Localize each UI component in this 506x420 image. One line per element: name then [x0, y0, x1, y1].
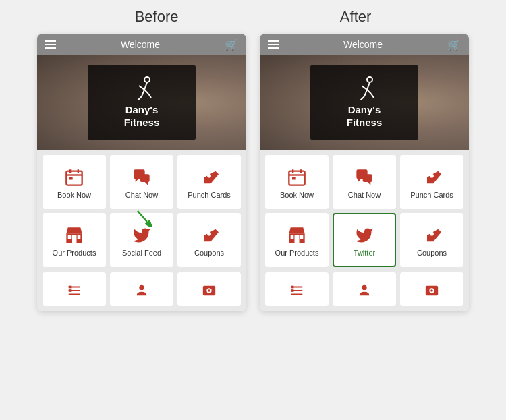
comparison-header: Before After [0, 0, 506, 34]
before-menu-icon[interactable] [45, 40, 56, 49]
before-hero-overlay: Dany's Fitness [88, 65, 196, 140]
svg-point-29 [139, 285, 144, 290]
before-person-icon [134, 283, 149, 298]
svg-point-23 [207, 232, 211, 236]
before-grid-row1: Book Now Chat Now Punch Cards [37, 150, 246, 272]
svg-rect-47 [363, 174, 372, 182]
before-chat-now-label: Chat Now [125, 191, 158, 199]
before-phone: Welcome 🛒 Dany's Fitness [37, 34, 246, 311]
before-chat-now[interactable]: Chat Now [110, 155, 173, 209]
svg-marker-15 [145, 182, 148, 185]
before-cart-icon[interactable]: 🛒 [225, 38, 238, 51]
svg-line-39 [371, 94, 374, 98]
svg-line-37 [367, 90, 371, 94]
svg-rect-28 [69, 289, 72, 292]
after-our-products[interactable]: Our Products [265, 213, 329, 267]
svg-rect-20 [78, 235, 81, 239]
svg-line-38 [360, 96, 364, 100]
before-book-now-label: Book Now [57, 191, 91, 199]
after-coupons[interactable]: Coupons [400, 213, 463, 267]
after-phone: Welcome 🛒 Dany's Fitness [260, 34, 469, 311]
after-chat-icon [355, 168, 374, 187]
svg-line-34 [367, 82, 370, 90]
after-punch-cards-label: Punch Cards [410, 191, 453, 199]
svg-rect-40 [289, 171, 304, 185]
after-punch-cards[interactable]: Punch Cards [400, 155, 463, 209]
after-book-now[interactable]: Book Now [265, 155, 329, 209]
green-arrow [135, 208, 154, 230]
svg-point-60 [362, 285, 366, 290]
before-calendar-icon [65, 168, 84, 187]
before-coupons-label: Coupons [194, 249, 224, 257]
before-partial-3 [177, 272, 241, 306]
before-punchcard-icon [200, 168, 219, 187]
after-partial-3 [400, 272, 463, 306]
svg-line-36 [364, 90, 367, 96]
before-store-icon [65, 226, 84, 245]
before-grid-row3 [37, 272, 246, 311]
svg-point-63 [430, 289, 433, 292]
svg-line-2 [139, 86, 144, 90]
before-topbar: Welcome 🛒 [37, 34, 246, 55]
before-list-icon [67, 283, 82, 298]
before-partial-1 [43, 272, 106, 306]
after-hero-overlay: Dany's Fitness [310, 65, 418, 140]
phones-container: Welcome 🛒 Dany's Fitness [17, 34, 489, 311]
svg-line-4 [144, 90, 148, 94]
svg-line-1 [144, 82, 147, 90]
svg-rect-44 [292, 177, 296, 180]
after-brand-name: Dany's Fitness [347, 103, 383, 129]
after-chat-now[interactable]: Chat Now [333, 155, 396, 209]
svg-line-3 [142, 90, 144, 96]
before-our-products[interactable]: Our Products [43, 213, 106, 267]
svg-rect-59 [291, 289, 294, 292]
before-coupons[interactable]: Coupons [177, 213, 241, 267]
after-book-now-label: Book Now [280, 191, 314, 199]
after-store-icon [287, 226, 306, 245]
before-brand-name: Dany's Fitness [124, 103, 160, 129]
after-partial-1 [265, 272, 329, 306]
after-cart-icon[interactable]: 🛒 [447, 38, 461, 51]
svg-rect-52 [291, 235, 294, 239]
before-brand-icon [130, 76, 154, 100]
svg-line-5 [138, 96, 142, 100]
svg-rect-7 [66, 171, 82, 185]
before-our-products-label: Our Products [53, 249, 96, 257]
svg-line-35 [362, 86, 367, 90]
after-twitter[interactable]: Twitter [333, 213, 396, 267]
before-social-feed[interactable]: Social Feed [110, 213, 173, 267]
svg-point-16 [207, 174, 211, 178]
after-title: Welcome [343, 39, 383, 50]
svg-marker-46 [358, 179, 362, 182]
before-book-now[interactable]: Book Now [43, 155, 106, 209]
before-punch-cards[interactable]: Punch Cards [177, 155, 241, 209]
before-social-feed-label: Social Feed [122, 249, 161, 257]
after-brand-icon [352, 76, 376, 100]
svg-line-6 [148, 94, 151, 98]
after-hero: Dany's Fitness [260, 55, 469, 150]
svg-marker-13 [136, 179, 139, 182]
after-our-products-label: Our Products [275, 249, 319, 257]
svg-rect-53 [300, 235, 304, 239]
before-photo-icon [202, 283, 217, 298]
svg-rect-19 [68, 235, 72, 239]
after-calendar-icon [287, 168, 306, 187]
after-punchcard-icon [422, 168, 441, 187]
after-topbar: Welcome 🛒 [260, 34, 469, 55]
before-coupons-icon [200, 226, 219, 245]
after-grid-row1: Book Now Chat Now Punch Cards [260, 150, 469, 272]
svg-line-22 [138, 211, 147, 222]
before-title: Welcome [121, 39, 160, 50]
after-menu-icon[interactable] [268, 40, 279, 49]
svg-rect-58 [291, 286, 294, 289]
before-chat-icon [132, 168, 151, 187]
after-twitter-label: Twitter [354, 249, 375, 257]
after-grid-row3 [260, 272, 469, 311]
svg-point-0 [144, 77, 150, 82]
after-person-icon [357, 283, 372, 298]
after-twitter-icon [355, 226, 374, 245]
after-partial-2 [333, 272, 396, 306]
before-punch-cards-label: Punch Cards [188, 191, 231, 199]
before-hero: Dany's Fitness [37, 55, 246, 150]
svg-rect-11 [69, 177, 73, 180]
